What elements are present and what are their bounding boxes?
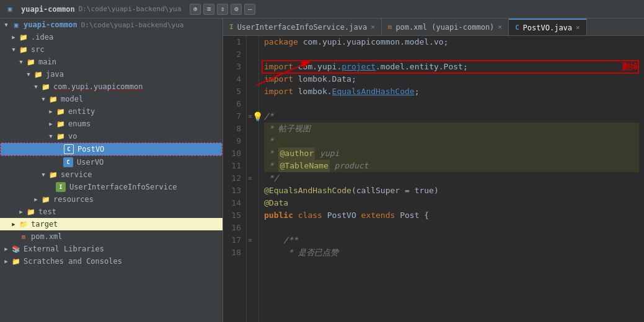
arrow-idea (10, 33, 17, 41)
sidebar-item-uservo[interactable]: C UserVO (0, 156, 223, 168)
token-5-4: ; (415, 85, 420, 98)
sidebar-item-ext-lib[interactable]: 📚 External Libraries (0, 243, 223, 255)
uservo-label: UserVO (77, 158, 104, 167)
token-3-1: import (264, 61, 298, 73)
code-line-18: * 是否已点赞 (264, 246, 639, 259)
sidebar-item-java[interactable]: 📁 java (0, 68, 223, 80)
code-wrapper: package com.yupi.yuapicommon.model.vo; i… (259, 36, 644, 322)
add-button[interactable]: ⊕ (190, 4, 201, 15)
tab-postvo[interactable]: C PostVO.java × (509, 19, 587, 36)
token-9-1: * (264, 135, 274, 147)
linenum-8: 8 (228, 123, 241, 135)
code-lines[interactable]: package com.yupi.yuapicommon.model.vo; i… (259, 36, 644, 259)
tab-icon-xml: m (388, 23, 392, 31)
gutter-14 (247, 197, 258, 209)
linenum-1: 1 (228, 36, 241, 48)
tab-label-1: UserInterfaceInfoService.java (237, 23, 368, 32)
tab-pom-xml[interactable]: m pom.xml (yuapi-common) × (382, 19, 509, 36)
sidebar-item-src[interactable]: 📁 src (0, 43, 223, 56)
sidebar-item-idea[interactable]: 📁 .idea (0, 31, 223, 43)
arrow-vo (47, 133, 55, 140)
sidebar-item-pom-xml[interactable]: m pom.xml (0, 230, 223, 243)
sidebar-item-test[interactable]: 📁 test (0, 206, 223, 218)
tab-userinterfaceinfoservice[interactable]: I UserInterfaceInfoService.java × (223, 19, 382, 36)
folder-java-icon: 📁 (33, 69, 43, 79)
arrow-ext-lib (2, 245, 10, 253)
tab-close-3[interactable]: × (576, 24, 580, 32)
token-15-6: { (424, 209, 429, 222)
fold-icon-17[interactable]: ≡ (248, 234, 252, 246)
folder-scratches-icon: 📁 (11, 256, 21, 266)
sidebar-item-target[interactable]: 📁 target (0, 218, 223, 230)
token-11-1: * (264, 160, 278, 172)
folder-enums-icon: 📁 (56, 119, 66, 129)
linenum-4: 4 (228, 73, 241, 85)
code-line-10: * @author yupi (264, 147, 639, 160)
sidebar-item-com-pkg[interactable]: 📁 com.yupi.yuapicommon (0, 80, 223, 93)
fold-icon-7[interactable]: ≡ (248, 110, 252, 123)
gutter-12: ≡ (247, 172, 258, 185)
fold-icon-12[interactable]: ≡ (248, 172, 252, 185)
main-layout: ▣ yuapi-common D:\code\yuapi-backend\yua… (0, 19, 644, 322)
folder-target-icon: 📁 (19, 219, 29, 229)
token-17-1: /** (264, 234, 298, 246)
arrow-enums (47, 120, 55, 128)
gutter-2 (247, 48, 258, 61)
tab-close-1[interactable]: × (371, 23, 375, 31)
pom-xml-label: pom.xml (31, 232, 63, 241)
ext-lib-icon: 📚 (11, 244, 21, 254)
editor-content[interactable]: 1 2 3 4 5 6 7 8 9 10 11 12 13 14 15 16 1… (223, 36, 644, 322)
sort-button[interactable]: ⇕ (217, 4, 228, 15)
tab-icon-class: C (515, 24, 519, 32)
userinterfaceinfoservice-label: UserInterfaceInfoService (69, 183, 177, 191)
folder-resources-icon: 📁 (41, 194, 51, 204)
code-line-3: import com.yupi.project.model.entity.Pos… (264, 61, 639, 73)
folder-main-icon: 📁 (26, 57, 36, 67)
code-line-8: * 帖子视图 (264, 123, 639, 135)
gutter-17: ≡ (247, 234, 258, 246)
gutter-16 (247, 222, 258, 234)
code-line-5: import lombok.EqualsAndHashCode; (264, 85, 639, 98)
sidebar-item-main[interactable]: 📁 main (0, 56, 223, 68)
sidebar-item-resources[interactable]: 📁 resources (0, 193, 223, 206)
line-numbers: 1 2 3 4 5 6 7 8 9 10 11 12 13 14 15 16 1… (223, 36, 247, 322)
token-5-3: EqualsAndHashCode (332, 85, 415, 98)
enums-label: enums (68, 120, 90, 128)
project-root-label: yuapi-common (24, 20, 77, 29)
scratches-label: Scratches and Consoles (24, 257, 122, 266)
minimize-button[interactable]: — (244, 4, 255, 15)
folder-src-icon: 📁 (19, 45, 29, 54)
sidebar-item-model[interactable]: 📁 model (0, 93, 223, 105)
token-8-1: * 帖子视图 (264, 123, 311, 135)
sidebar-item-scratches[interactable]: 📁 Scratches and Consoles (0, 255, 223, 268)
token-1-3: ; (444, 36, 449, 48)
sidebar-item-userinterfaceinfoservice[interactable]: I UserInterfaceInfoService (0, 181, 223, 193)
folder-entity-icon: 📁 (56, 107, 66, 116)
linenum-2: 2 (228, 48, 241, 61)
list-button[interactable]: ≡ (203, 4, 214, 15)
code-line-6 (264, 98, 639, 110)
code-line-15: public class PostVO extends Post { (264, 209, 639, 222)
arrow-target (10, 220, 17, 228)
sidebar-item-entity[interactable]: 📁 entity (0, 105, 223, 118)
tab-close-2[interactable]: × (498, 23, 502, 31)
com-pkg-label: com.yupi.yuapicommon (53, 82, 143, 91)
arrow-service (40, 171, 47, 178)
gutter-9 (247, 135, 258, 147)
sidebar-item-postvo[interactable]: C PostVO (0, 142, 223, 156)
project-path: D:\code\yuapi-backend\yua (79, 5, 182, 13)
token-13-2: (callSuper = true) (351, 185, 439, 197)
gutter-6 (247, 98, 258, 110)
sidebar-item-project-root[interactable]: ▣ yuapi-common D:\code\yuapi-backend\yua (0, 19, 223, 31)
sidebar-item-enums[interactable]: 📁 enums (0, 118, 223, 130)
project-root-path: D:\code\yuapi-backend\yua (81, 21, 184, 29)
token-15-5: Post (400, 209, 424, 222)
token-1-1: package (264, 36, 303, 48)
tab-label-2: pom.xml (yuapi-common) (395, 23, 494, 32)
folder-idea-icon: 📁 (19, 32, 29, 42)
token-3-4: .model.entity.Post; (376, 61, 468, 73)
sidebar-item-service[interactable]: 📁 service (0, 168, 223, 181)
sidebar-item-vo[interactable]: 📁 vo (0, 130, 223, 142)
title-bar-actions: ⊕ ≡ ⇕ ⚙ — (190, 4, 255, 15)
settings-button[interactable]: ⚙ (231, 4, 242, 15)
